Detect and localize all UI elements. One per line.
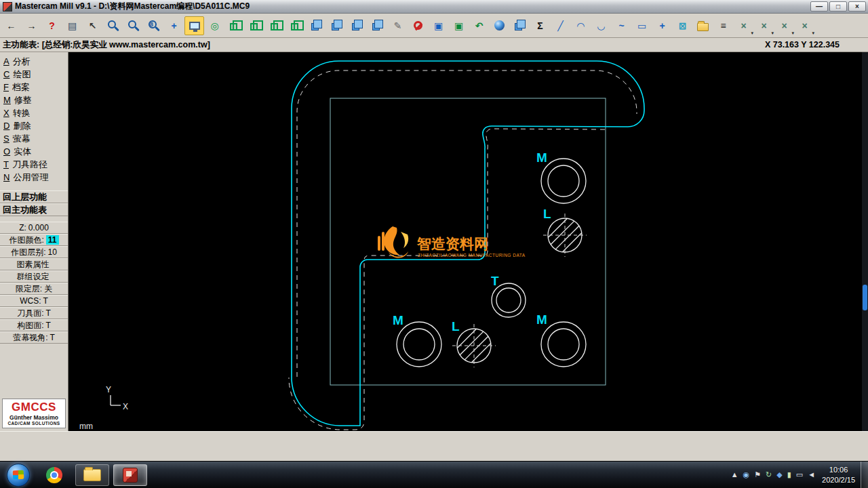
- plane-side-button[interactable]: [347, 16, 367, 35]
- view-top-button[interactable]: [225, 16, 245, 35]
- minimize-button[interactable]: —: [810, 1, 828, 12]
- spline-button[interactable]: ~: [612, 16, 631, 35]
- toolbar-icon-shape: [291, 23, 298, 30]
- plane-front-button[interactable]: [327, 16, 347, 35]
- gview-dynamic-button[interactable]: ◎: [205, 16, 224, 35]
- undelete-button[interactable]: [408, 16, 428, 35]
- browser-tray-icon[interactable]: ◉: [743, 471, 750, 479]
- arc2-button[interactable]: ◡: [591, 16, 611, 35]
- view-iso-button[interactable]: [286, 16, 306, 35]
- delete-x2-button[interactable]: × ▾: [754, 16, 774, 35]
- menu-nav: 回上层功能回主功能表: [0, 190, 68, 216]
- menu-item-toolpaths[interactable]: T刀具路径: [0, 158, 68, 171]
- draw-color-row[interactable]: 作图颜色:11: [0, 234, 68, 246]
- flag-icon[interactable]: ⚑: [754, 471, 761, 479]
- zoom-out-button[interactable]: 8: [144, 16, 163, 35]
- view-front-button[interactable]: [245, 16, 265, 35]
- z-depth-row[interactable]: Z:0.000: [0, 222, 68, 234]
- menu-item-create[interactable]: C绘图: [0, 68, 68, 81]
- mastercam-button[interactable]: [113, 464, 147, 486]
- help-button[interactable]: ?: [42, 16, 62, 35]
- main-menu-button[interactable]: 回主功能表: [0, 203, 68, 216]
- levels-button[interactable]: ≡: [713, 16, 733, 35]
- menu-item-nc-utils[interactable]: N公用管理: [0, 171, 68, 184]
- back-button[interactable]: ←: [1, 16, 21, 35]
- menu-item-modify[interactable]: M修整: [0, 94, 68, 106]
- display-icon[interactable]: ▭: [796, 471, 803, 479]
- sigma-button[interactable]: Σ: [530, 16, 550, 35]
- delete-x3-button[interactable]: × ▾: [774, 16, 794, 35]
- zoom-window-button[interactable]: [123, 16, 143, 35]
- tool-plane-row[interactable]: 刀具面:T: [0, 307, 68, 319]
- pan-button[interactable]: +: [164, 16, 184, 35]
- menu-item-label: 删除: [13, 120, 31, 132]
- plane-top-button[interactable]: [307, 16, 326, 35]
- view-side-button[interactable]: [266, 16, 285, 35]
- watermark-logo: [378, 226, 408, 258]
- menu-item-xform[interactable]: X转换: [0, 106, 68, 119]
- prompt-bar[interactable]: [0, 431, 868, 461]
- analyze-cursor-button[interactable]: ↖: [83, 16, 102, 35]
- group-row[interactable]: 群组设定: [0, 270, 68, 283]
- rotate-view-button[interactable]: [510, 16, 530, 35]
- taskbar-apps: [35, 462, 149, 488]
- browser-button[interactable]: [37, 464, 71, 486]
- menu-item-solids[interactable]: O实体: [0, 145, 68, 158]
- attributes-row[interactable]: 图素属性: [0, 258, 68, 270]
- volume-icon[interactable]: ◄: [808, 471, 815, 479]
- explorer-button[interactable]: [75, 464, 109, 486]
- level-limit-row[interactable]: 限定层:关: [0, 283, 68, 295]
- toolbar-icon-glyph: ×: [781, 21, 787, 30]
- menu-item-delete[interactable]: D删除: [0, 119, 68, 132]
- clipboard-green-button[interactable]: ▣: [449, 16, 469, 35]
- status-label: 刀具面:: [17, 308, 43, 319]
- zoom-button[interactable]: [103, 16, 123, 35]
- menu-item-analyze[interactable]: A分析: [0, 55, 68, 68]
- open-folder-button[interactable]: [693, 16, 713, 35]
- backup-menu-button[interactable]: 回上层功能: [0, 190, 68, 203]
- show-desktop-button[interactable]: [861, 462, 868, 488]
- line-button[interactable]: ╱: [551, 16, 570, 35]
- toolbar: ← → ? ▤ ↖ 8: [0, 14, 868, 38]
- maximize-button[interactable]: □: [829, 1, 847, 12]
- toolbar-icon-shape: [271, 23, 278, 30]
- gview-row[interactable]: 萤幕视角:T: [0, 331, 68, 344]
- drawing-area[interactable]: MLTMLM 智造资料网 ZHIZAOZILIAOWANG MANUFACTUR…: [68, 52, 868, 431]
- shield-icon[interactable]: ◆: [776, 471, 782, 479]
- delete-entity-button[interactable]: ✎: [388, 16, 408, 35]
- canvas-scrollbar[interactable]: [862, 52, 868, 431]
- toolbar-icon-glyph: ▭: [637, 21, 646, 30]
- status-label: 萤幕视角:: [13, 332, 47, 344]
- file-list-button[interactable]: ▤: [62, 16, 82, 35]
- draw-level-row[interactable]: 作图层别:10: [0, 246, 68, 258]
- shade-button[interactable]: [490, 16, 509, 35]
- surface-button[interactable]: ⊠: [673, 16, 692, 35]
- title-bar: Mastercam Mill v9.1 - D:\资料网Mastercam编程\…: [0, 0, 868, 14]
- taskbar-clock[interactable]: 10:06 2020/2/15: [822, 465, 855, 485]
- delete-x1-button[interactable]: × ▾: [734, 16, 753, 35]
- update-icon[interactable]: ↻: [766, 471, 772, 479]
- status-value: T: [43, 296, 48, 306]
- start-button[interactable]: [7, 464, 30, 487]
- clock-time: 10:06: [822, 465, 855, 474]
- point-button[interactable]: +: [652, 16, 672, 35]
- delete-x4-button[interactable]: × ▾: [795, 16, 814, 35]
- menu-item-screen[interactable]: S萤幕: [0, 132, 68, 145]
- plane-3d-button[interactable]: [368, 16, 387, 35]
- menu-item-file[interactable]: F档案: [0, 81, 68, 94]
- rectangle-button[interactable]: ▭: [632, 16, 652, 35]
- forward-button[interactable]: →: [22, 16, 41, 35]
- clipboard-blue-button[interactable]: ▣: [429, 16, 448, 35]
- undo-button[interactable]: ↶: [469, 16, 489, 35]
- toolbar-icon-glyph: ▣: [454, 21, 463, 30]
- arc-button[interactable]: ◠: [571, 16, 591, 35]
- close-button[interactable]: ×: [848, 1, 866, 12]
- status-value: T: [50, 333, 55, 342]
- scrollbar-thumb[interactable]: [863, 285, 867, 310]
- battery-icon[interactable]: ▮: [787, 471, 791, 479]
- status-label: 作图颜色:: [9, 235, 43, 246]
- construction-plane-row[interactable]: 构图面:T: [0, 319, 68, 331]
- repaint-button[interactable]: [184, 16, 204, 35]
- hidden-icons-arrow[interactable]: ▲: [731, 471, 738, 479]
- wcs-row[interactable]: WCS:T: [0, 295, 68, 307]
